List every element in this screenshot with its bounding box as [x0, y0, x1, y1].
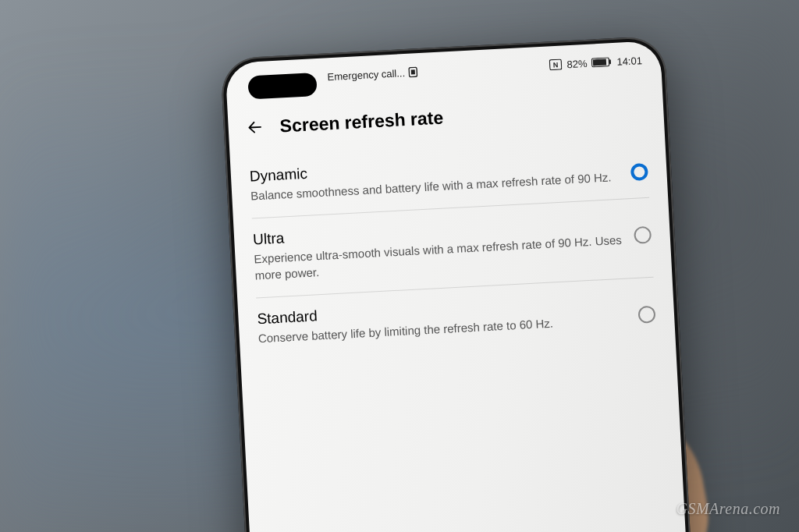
sim-icon — [408, 66, 418, 78]
option-text: Standard Conserve battery life by limiti… — [257, 291, 627, 346]
refresh-rate-options: Dynamic Balance smoothness and battery l… — [230, 134, 676, 362]
radio-unselected-icon[interactable] — [637, 305, 655, 323]
carrier-text: Emergency call... — [327, 67, 405, 83]
option-text: Ultra Experience ultra-smooth visuals wi… — [253, 212, 623, 283]
svg-text:N: N — [553, 61, 559, 69]
radio-unselected-icon[interactable] — [634, 226, 652, 244]
svg-rect-6 — [609, 59, 611, 64]
clock-text: 14:01 — [616, 55, 642, 68]
svg-rect-1 — [410, 69, 414, 74]
page-title: Screen refresh rate — [279, 107, 444, 137]
nfc-icon: N — [549, 59, 563, 70]
phone-frame: Emergency call... N 82% 14:01 Screen — [220, 36, 693, 532]
status-bar-right: N 82% 14:01 — [549, 55, 642, 71]
option-text: Dynamic Balance smoothness and battery l… — [249, 149, 619, 204]
radio-selected-icon[interactable] — [630, 163, 648, 181]
watermark-text: GSMArena.com — [676, 500, 780, 518]
phone-screen: Emergency call... N 82% 14:01 Screen — [225, 41, 687, 532]
status-bar-left: Emergency call... — [327, 66, 417, 83]
battery-percent: 82% — [566, 57, 588, 69]
camera-notch — [247, 73, 317, 100]
arrow-left-icon — [246, 119, 264, 137]
svg-rect-5 — [593, 59, 606, 66]
battery-icon — [591, 57, 613, 67]
back-button[interactable] — [243, 115, 266, 138]
